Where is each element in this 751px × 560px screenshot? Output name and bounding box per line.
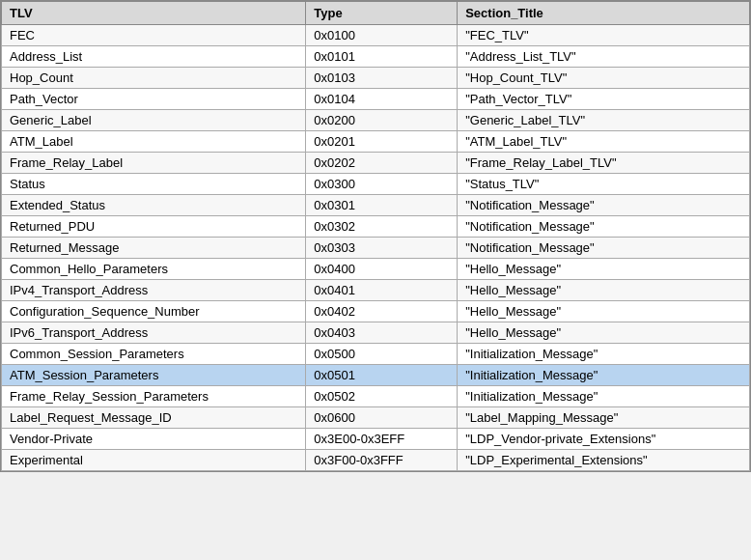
- cell-section: "Hello_Message": [458, 259, 750, 280]
- cell-type: 0x0600: [306, 407, 458, 429]
- cell-type: 0x0502: [306, 386, 458, 407]
- col-header-tlv: TLV: [2, 2, 306, 25]
- cell-tlv: Vendor-Private: [2, 429, 306, 450]
- cell-tlv: ATM_Label: [2, 131, 306, 153]
- cell-type: 0x0500: [306, 344, 458, 365]
- cell-tlv: Frame_Relay_Label: [2, 153, 306, 174]
- cell-type: 0x0100: [306, 25, 458, 46]
- main-table-container: TLV Type Section_Title FEC0x0100"FEC_TLV…: [0, 0, 751, 472]
- cell-section: "Address_List_TLV": [458, 46, 750, 68]
- cell-tlv: Returned_Message: [2, 238, 306, 259]
- cell-section: "ATM_Label_TLV": [458, 131, 750, 153]
- cell-tlv: IPv6_Transport_Address: [2, 322, 306, 344]
- cell-section: "Initialization_Message": [458, 386, 750, 407]
- cell-section: "Generic_Label_TLV": [458, 110, 750, 131]
- cell-tlv: Configuration_Sequence_Number: [2, 301, 306, 322]
- cell-tlv: Common_Hello_Parameters: [2, 259, 306, 280]
- cell-section: "Hop_Count_TLV": [458, 68, 750, 89]
- cell-section: "Initialization_Message": [458, 365, 750, 386]
- cell-type: 0x0402: [306, 301, 458, 322]
- cell-type: 0x0101: [306, 46, 458, 68]
- table-row: Configuration_Sequence_Number0x0402"Hell…: [2, 301, 750, 322]
- cell-tlv: Label_Request_Message_ID: [2, 407, 306, 429]
- table-row: Frame_Relay_Label0x0202"Frame_Relay_Labe…: [2, 153, 750, 174]
- cell-section: "LDP_Vendor-private_Extensions": [458, 429, 750, 450]
- cell-type: 0x0201: [306, 131, 458, 153]
- cell-section: "Status_TLV": [458, 174, 750, 195]
- cell-tlv: Frame_Relay_Session_Parameters: [2, 386, 306, 407]
- cell-tlv: Returned_PDU: [2, 216, 306, 238]
- cell-section: "Hello_Message": [458, 322, 750, 344]
- cell-type: 0x0301: [306, 195, 458, 216]
- table-row: Label_Request_Message_ID0x0600"Label_Map…: [2, 407, 750, 429]
- cell-type: 0x3E00-0x3EFF: [306, 429, 458, 450]
- cell-tlv: Hop_Count: [2, 68, 306, 89]
- col-header-section: Section_Title: [458, 2, 750, 25]
- cell-type: 0x0200: [306, 110, 458, 131]
- cell-section: "Hello_Message": [458, 280, 750, 301]
- cell-type: 0x0303: [306, 238, 458, 259]
- cell-section: "Hello_Message": [458, 301, 750, 322]
- cell-type: 0x0403: [306, 322, 458, 344]
- table-row: Address_List0x0101"Address_List_TLV": [2, 46, 750, 68]
- table-row: Vendor-Private0x3E00-0x3EFF"LDP_Vendor-p…: [2, 429, 750, 450]
- cell-tlv: Generic_Label: [2, 110, 306, 131]
- cell-type: 0x0501: [306, 365, 458, 386]
- cell-type: 0x3F00-0x3FFF: [306, 450, 458, 471]
- cell-section: "FEC_TLV": [458, 25, 750, 46]
- table-row: FEC0x0100"FEC_TLV": [2, 25, 750, 46]
- cell-tlv: Common_Session_Parameters: [2, 344, 306, 365]
- cell-section: "Notification_Message": [458, 238, 750, 259]
- col-header-type: Type: [306, 2, 458, 25]
- cell-section: "Frame_Relay_Label_TLV": [458, 153, 750, 174]
- cell-section: "Path_Vector_TLV": [458, 89, 750, 110]
- cell-type: 0x0104: [306, 89, 458, 110]
- cell-section: "Initialization_Message": [458, 344, 750, 365]
- cell-type: 0x0300: [306, 174, 458, 195]
- table-row: Experimental0x3F00-0x3FFF"LDP_Experiment…: [2, 450, 750, 471]
- cell-tlv: Experimental: [2, 450, 306, 471]
- cell-type: 0x0103: [306, 68, 458, 89]
- cell-tlv: Extended_Status: [2, 195, 306, 216]
- cell-type: 0x0401: [306, 280, 458, 301]
- table-row: Returned_Message0x0303"Notification_Mess…: [2, 238, 750, 259]
- cell-section: "Notification_Message": [458, 216, 750, 238]
- table-row: ATM_Session_Parameters0x0501"Initializat…: [2, 365, 750, 386]
- table-header-row: TLV Type Section_Title: [2, 2, 750, 25]
- table-row: Common_Hello_Parameters0x0400"Hello_Mess…: [2, 259, 750, 280]
- table-row: Path_Vector0x0104"Path_Vector_TLV": [2, 89, 750, 110]
- cell-type: 0x0202: [306, 153, 458, 174]
- table-row: Hop_Count0x0103"Hop_Count_TLV": [2, 68, 750, 89]
- table-row: ATM_Label0x0201"ATM_Label_TLV": [2, 131, 750, 153]
- cell-tlv: Status: [2, 174, 306, 195]
- table-row: Generic_Label0x0200"Generic_Label_TLV": [2, 110, 750, 131]
- table-row: Returned_PDU0x0302"Notification_Message": [2, 216, 750, 238]
- cell-tlv: Address_List: [2, 46, 306, 68]
- cell-tlv: ATM_Session_Parameters: [2, 365, 306, 386]
- table-row: IPv6_Transport_Address0x0403"Hello_Messa…: [2, 322, 750, 344]
- table-row: Extended_Status0x0301"Notification_Messa…: [2, 195, 750, 216]
- cell-section: "Notification_Message": [458, 195, 750, 216]
- table-row: Status0x0300"Status_TLV": [2, 174, 750, 195]
- cell-tlv: FEC: [2, 25, 306, 46]
- cell-section: "LDP_Experimental_Extensions": [458, 450, 750, 471]
- cell-type: 0x0302: [306, 216, 458, 238]
- cell-type: 0x0400: [306, 259, 458, 280]
- tlv-table: TLV Type Section_Title FEC0x0100"FEC_TLV…: [1, 1, 750, 471]
- cell-section: "Label_Mapping_Message": [458, 407, 750, 429]
- table-row: Frame_Relay_Session_Parameters0x0502"Ini…: [2, 386, 750, 407]
- cell-tlv: Path_Vector: [2, 89, 306, 110]
- table-row: IPv4_Transport_Address0x0401"Hello_Messa…: [2, 280, 750, 301]
- table-row: Common_Session_Parameters0x0500"Initiali…: [2, 344, 750, 365]
- cell-tlv: IPv4_Transport_Address: [2, 280, 306, 301]
